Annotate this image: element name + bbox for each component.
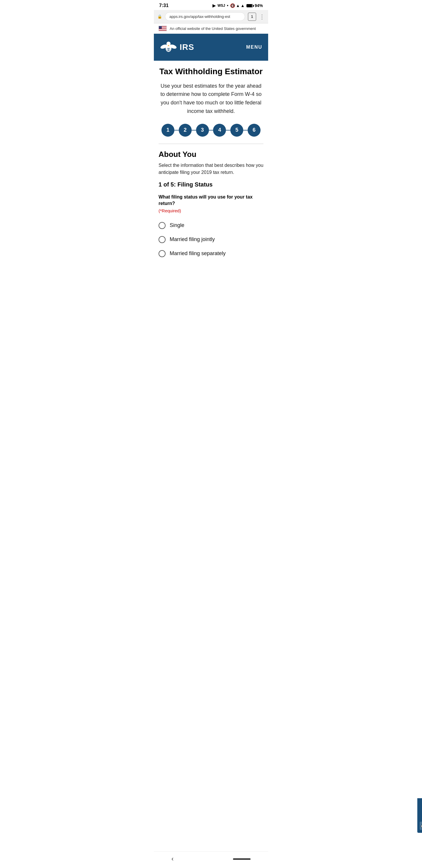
step-3[interactable]: 3: [196, 124, 209, 137]
mute-icon: 🔇: [230, 3, 235, 8]
irs-eagle-icon: [160, 38, 177, 56]
play-icon: ▶: [213, 3, 216, 8]
battery-icon: [247, 4, 253, 7]
battery-percent: 94%: [255, 3, 263, 8]
page-description: Use your best estimates for the year ahe…: [159, 82, 263, 116]
radio-married-jointly-label: Married filing jointly: [170, 236, 215, 243]
step-4[interactable]: 4: [213, 124, 226, 137]
step-line-5: [243, 130, 248, 130]
us-flag: [159, 26, 167, 31]
about-you-title: About You: [159, 150, 263, 159]
irs-logo-text: IRS: [180, 42, 194, 52]
required-text: (*Required): [159, 208, 263, 213]
svg-rect-7: [167, 49, 168, 51]
irs-logo: IRS: [160, 38, 194, 56]
step-line-4: [226, 130, 230, 130]
radio-option-single[interactable]: Single: [159, 218, 263, 232]
radio-married-separately-label: Married filing separately: [170, 250, 226, 256]
url-bar[interactable]: apps.irs.gov/app/tax-withholding-est: [165, 12, 245, 21]
step-indicators: 1 2 3 4 5 6: [159, 124, 263, 137]
main-content: Tax Withholding Estimator Use your best …: [154, 61, 268, 267]
step-1[interactable]: 1: [161, 124, 174, 137]
radio-option-married-separately[interactable]: Married filing separately: [159, 247, 263, 261]
page-title: Tax Withholding Estimator: [159, 67, 263, 76]
radio-married-jointly-circle[interactable]: [159, 236, 166, 243]
step-2[interactable]: 2: [179, 124, 192, 137]
wifi-icon: ▴: [237, 3, 239, 8]
official-text: An official website of the United States…: [170, 26, 256, 31]
menu-button[interactable]: MENU: [246, 44, 262, 50]
about-you-description: Select the information that best describ…: [159, 162, 263, 176]
wsj-icon: WSJ: [218, 3, 225, 8]
radio-option-married-jointly[interactable]: Married filing jointly: [159, 232, 263, 247]
question-label: What filing status will you use for your…: [159, 194, 263, 207]
lock-icon: 🔒: [157, 14, 162, 19]
radio-married-separately-circle[interactable]: [159, 250, 166, 257]
browser-chrome: 🔒 apps.irs.gov/app/tax-withholding-est 1…: [154, 10, 268, 24]
radio-single-circle[interactable]: [159, 222, 166, 229]
step-line-3: [209, 130, 213, 130]
step-6[interactable]: 6: [248, 124, 261, 137]
status-time: 7:31: [159, 3, 168, 8]
svg-rect-8: [169, 49, 170, 51]
step-line-1: [174, 130, 179, 130]
step-5[interactable]: 5: [230, 124, 243, 137]
official-banner: An official website of the United States…: [154, 24, 268, 34]
signal-icon: ▲: [240, 3, 245, 8]
tab-count[interactable]: 1: [248, 12, 256, 21]
dot-icon: •: [227, 3, 228, 8]
step-line-2: [192, 130, 196, 130]
status-bar: 7:31 ▶ WSJ • 🔇 ▴ ▲ 94%: [154, 0, 268, 10]
radio-single-label: Single: [170, 222, 184, 228]
section-divider: [159, 144, 263, 144]
status-icons: ▶ WSJ • 🔇 ▴ ▲ 94%: [213, 3, 263, 8]
more-options-icon[interactable]: ⋮: [259, 13, 265, 20]
url-text: apps.irs.gov/app/tax-withholding-est: [169, 14, 240, 19]
irs-header: IRS MENU: [154, 34, 268, 61]
filing-status-title: 1 of 5: Filing Status: [159, 181, 263, 188]
